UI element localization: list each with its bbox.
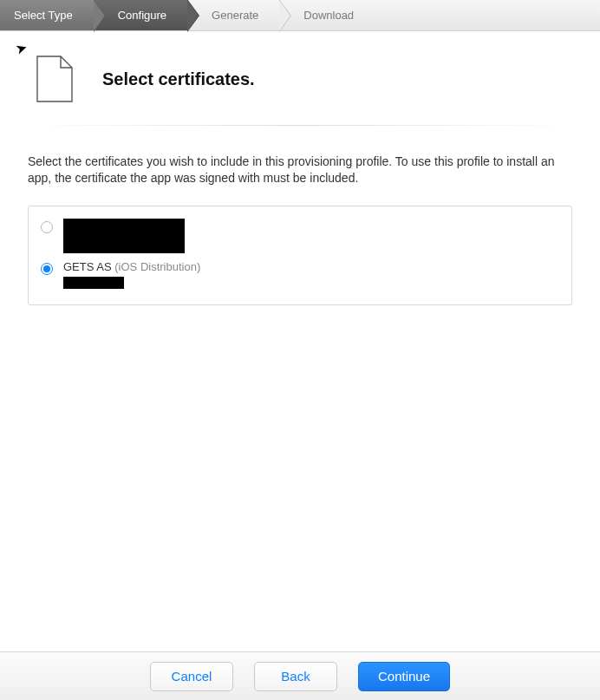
document-icon bbox=[36, 56, 73, 102]
step-select-type[interactable]: Select Type bbox=[0, 0, 94, 30]
divider bbox=[28, 125, 572, 126]
step-label: Download bbox=[303, 9, 354, 22]
step-generate: Generate bbox=[187, 0, 279, 30]
redacted-block bbox=[63, 277, 124, 289]
page-title: Select certificates. bbox=[102, 69, 255, 89]
continue-button[interactable]: Continue bbox=[358, 662, 450, 691]
redacted-block bbox=[63, 219, 185, 253]
radio-unselected-icon[interactable] bbox=[41, 221, 53, 233]
step-label: Select Type bbox=[14, 9, 73, 22]
certificate-name-line: GETS AS (iOS Distribution) bbox=[63, 260, 200, 273]
step-label: Generate bbox=[212, 9, 258, 22]
certificate-subtitle: (iOS Distribution) bbox=[114, 260, 200, 273]
cancel-button[interactable]: Cancel bbox=[150, 662, 233, 691]
content-area: Select certificates. Select the certific… bbox=[0, 31, 600, 305]
radio-selected-icon[interactable] bbox=[41, 263, 53, 275]
certificate-name: GETS AS bbox=[63, 260, 112, 273]
step-configure[interactable]: Configure bbox=[94, 0, 187, 30]
footer-bar: Cancel Back Continue bbox=[0, 651, 600, 700]
page-header: Select certificates. bbox=[28, 56, 572, 102]
certificate-option[interactable] bbox=[41, 215, 559, 257]
step-label: Configure bbox=[118, 9, 166, 22]
certificate-body bbox=[63, 219, 185, 253]
certificate-body: GETS AS (iOS Distribution) bbox=[63, 260, 200, 289]
certificate-list: GETS AS (iOS Distribution) bbox=[28, 206, 572, 305]
certificate-option[interactable]: GETS AS (iOS Distribution) bbox=[41, 257, 559, 292]
back-button[interactable]: Back bbox=[254, 662, 337, 691]
page-description: Select the certificates you wish to incl… bbox=[28, 154, 572, 186]
step-download: Download bbox=[279, 0, 375, 30]
wizard-stepper: Select Type Configure Generate Download bbox=[0, 0, 600, 31]
